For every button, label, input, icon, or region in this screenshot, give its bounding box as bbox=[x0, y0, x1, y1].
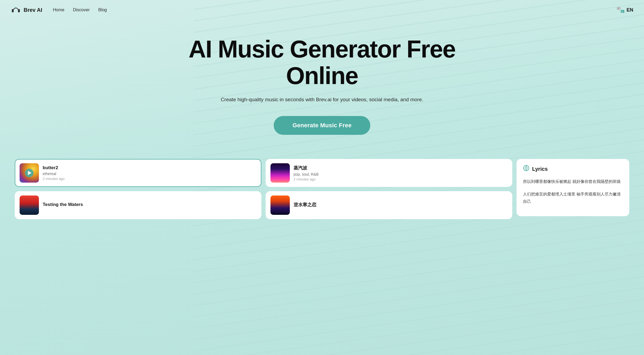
nav-right: EN bbox=[617, 7, 633, 13]
card-title-butter2: butter2 bbox=[43, 165, 257, 171]
nav-home[interactable]: Home bbox=[53, 8, 64, 12]
language-label[interactable]: EN bbox=[627, 7, 633, 13]
play-icon bbox=[28, 171, 31, 175]
card-niushui[interactable]: 逆水寒之恋 bbox=[266, 191, 512, 219]
card-butter2[interactable]: butter2 ethereal 2 minutes ago bbox=[15, 159, 261, 187]
card-thumb-testing bbox=[20, 195, 39, 215]
card-info-steam: 蒸汽波 pop, soul, R&B 2 minutes ago bbox=[294, 165, 507, 181]
card-time-butter2: 2 minutes ago bbox=[43, 177, 257, 181]
card-thumb-steam bbox=[270, 163, 290, 183]
card-title-steam: 蒸汽波 bbox=[294, 165, 507, 171]
lyrics-text: 所以到哪里都像快乐被燃起 就好像你曾在我隔壁的班级 人们把难言的爱都埋入土壤里 … bbox=[523, 178, 623, 205]
lyrics-para-1: 所以到哪里都像快乐被燃起 就好像你曾在我隔壁的班级 bbox=[523, 178, 623, 185]
nav-discover[interactable]: Discover bbox=[73, 8, 90, 12]
card-steam[interactable]: 蒸汽波 pop, soul, R&B 2 minutes ago bbox=[266, 159, 512, 187]
card-title-niushui: 逆水寒之恋 bbox=[294, 202, 507, 208]
lyrics-icon bbox=[523, 165, 529, 173]
card-genre-steam: pop, soul, R&B bbox=[294, 172, 507, 176]
card-genre-butter2: ethereal bbox=[43, 172, 257, 176]
card-title-testing: Testing the Waters bbox=[43, 202, 257, 207]
lyrics-title: Lyrics bbox=[532, 166, 548, 172]
cards-col-1: butter2 ethereal 2 minutes ago Testing t… bbox=[15, 159, 266, 219]
cards-section: butter2 ethereal 2 minutes ago Testing t… bbox=[0, 146, 644, 219]
card-testing[interactable]: Testing the Waters bbox=[15, 191, 261, 219]
navbar: Brev AI Home Discover Blog EN bbox=[0, 0, 644, 20]
cards-col-2: 蒸汽波 pop, soul, R&B 2 minutes ago 逆水寒之恋 bbox=[266, 159, 517, 219]
language-icon bbox=[617, 7, 624, 13]
hero-subtitle: Create high-quality music in seconds wit… bbox=[11, 97, 633, 103]
card-time-steam: 2 minutes ago bbox=[294, 177, 507, 181]
card-info-butter2: butter2 ethereal 2 minutes ago bbox=[43, 165, 257, 181]
nav-links: Home Discover Blog bbox=[53, 8, 617, 12]
lyrics-header: Lyrics bbox=[523, 165, 623, 173]
svg-point-6 bbox=[525, 167, 527, 169]
play-overlay bbox=[25, 169, 34, 177]
nav-blog[interactable]: Blog bbox=[98, 8, 107, 12]
lyrics-panel: Lyrics 所以到哪里都像快乐被燃起 就好像你曾在我隔壁的班级 人们把难言的爱… bbox=[517, 159, 629, 216]
card-thumb-niushui bbox=[270, 195, 290, 215]
logo-icon bbox=[11, 5, 21, 15]
card-thumb-butter2 bbox=[20, 163, 39, 183]
card-info-testing: Testing the Waters bbox=[43, 202, 257, 208]
card-info-niushui: 逆水寒之恋 bbox=[294, 202, 507, 209]
logo-text: Brev AI bbox=[24, 7, 42, 13]
generate-button[interactable]: Generate Music Free bbox=[274, 116, 370, 135]
hero-title: AI Music Generator Free Online bbox=[174, 36, 470, 89]
hero-section: AI Music Generator Free Online Create hi… bbox=[0, 20, 644, 146]
logo[interactable]: Brev AI bbox=[11, 5, 42, 15]
lyrics-para-2: 人们把难言的爱都埋入土壤里 袖手旁观着别人尽力撇清自己 bbox=[523, 190, 623, 205]
svg-point-2 bbox=[15, 7, 16, 8]
